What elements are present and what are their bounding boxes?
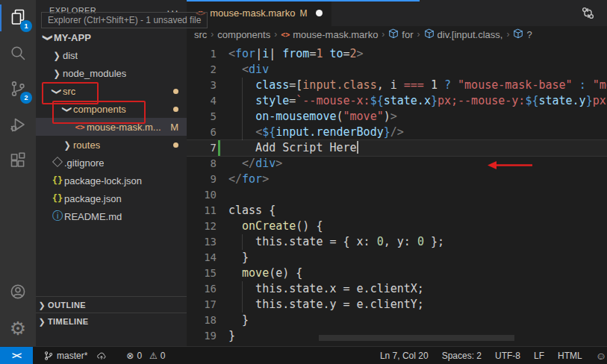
tab-modified-badge: M bbox=[299, 8, 307, 19]
timeline-section[interactable]: ❯ TIMELINE bbox=[36, 313, 187, 330]
tree-item-src[interactable]: ❯src bbox=[36, 82, 187, 100]
tab-mouse-mask-marko[interactable]: <> mouse-mask.marko M bbox=[187, 0, 331, 26]
tree-item-label: src bbox=[63, 86, 75, 97]
code-line-2: 2 <div bbox=[187, 62, 607, 78]
status-line-col[interactable]: Ln 7, Col 20 bbox=[373, 351, 435, 361]
activity-explorer-button[interactable]: 1 bbox=[0, 0, 36, 36]
extensions-icon bbox=[9, 151, 27, 172]
line-number: 12 bbox=[187, 219, 228, 234]
status-encoding[interactable]: UTF-8 bbox=[488, 351, 527, 361]
status-language-mode[interactable]: HTML bbox=[551, 351, 589, 361]
breadcrumb-item[interactable]: src bbox=[194, 29, 207, 40]
tree-item--gitignore[interactable]: .gitignore bbox=[36, 154, 187, 172]
breadcrumb-separator: › bbox=[417, 29, 420, 40]
marko-file-icon: <> bbox=[281, 31, 290, 39]
indent-guide bbox=[242, 297, 243, 313]
code-line-14: 14 } bbox=[187, 250, 607, 266]
tree-root-my-app[interactable]: ❯ MY-APP bbox=[36, 28, 187, 46]
chevron-right-icon: ❯ bbox=[51, 50, 63, 61]
activity-account-button[interactable] bbox=[0, 274, 36, 310]
vscode-window: 12⚙ EXPLORER ··· ❯ MY-APP ❯dist❯node_mod… bbox=[0, 0, 607, 364]
breadcrumb-label: ? bbox=[526, 29, 532, 40]
open-changes-icon[interactable] bbox=[581, 6, 595, 22]
activity-run-debug-button[interactable] bbox=[0, 107, 36, 143]
git-branch-item[interactable]: master* bbox=[39, 347, 92, 364]
code-line-6: 6 <${input.renderBody}/> bbox=[187, 125, 607, 140]
git-file-icon bbox=[51, 157, 64, 168]
status-bar-right: Ln 7, Col 20Spaces: 2UTF-8LFHTML☺ bbox=[373, 350, 607, 362]
feedback-smiley-icon[interactable]: ☺ bbox=[589, 350, 607, 362]
gear-icon: ⚙ bbox=[10, 319, 26, 338]
breadcrumb-label: div.[input.class, bbox=[438, 29, 503, 40]
code-line-15: 15 move(e) { bbox=[187, 266, 607, 281]
explorer-tooltip: Explorer (Ctrl+Shift+E) - 1 unsaved file bbox=[41, 12, 208, 28]
line-number: 10 bbox=[187, 187, 228, 203]
line-number: 2 bbox=[187, 62, 228, 78]
breadcrumb-label: for bbox=[402, 29, 413, 40]
activity-source-control-button[interactable]: 2 bbox=[0, 72, 36, 107]
sync-changes-item[interactable] bbox=[92, 347, 111, 364]
line-number: 8 bbox=[187, 156, 228, 172]
breadcrumb-separator: › bbox=[274, 29, 277, 40]
indent-guide bbox=[242, 281, 243, 297]
code-line-16: 16 this.state.x = e.clientX; bbox=[187, 281, 607, 297]
breadcrumb-item[interactable]: div.[input.class, bbox=[424, 28, 503, 41]
tree-item-node-modules[interactable]: ❯node_modules bbox=[36, 64, 187, 82]
status-eol[interactable]: LF bbox=[527, 351, 551, 361]
problems-item[interactable]: ⊗ 0 ⚠ 0 bbox=[122, 347, 169, 364]
line-number: 1 bbox=[187, 46, 228, 62]
tree-item-components[interactable]: ❯components bbox=[36, 100, 187, 118]
outline-label: OUTLINE bbox=[48, 301, 86, 310]
breadcrumb-item[interactable]: <>mouse-mask.marko bbox=[281, 29, 378, 40]
line-number: 11 bbox=[187, 203, 228, 219]
tree-item-mouse-mask-m-[interactable]: <>mouse-mask.m...M bbox=[36, 118, 187, 136]
breadcrumb-label: components bbox=[217, 29, 270, 40]
breadcrumb-item[interactable]: components bbox=[217, 29, 270, 40]
explorer-sidebar: EXPLORER ··· ❯ MY-APP ❯dist❯node_modules… bbox=[36, 0, 187, 346]
text-cursor bbox=[357, 141, 358, 154]
activity-settings-button[interactable]: ⚙ bbox=[0, 310, 36, 346]
unsaved-dot-icon[interactable] bbox=[316, 10, 323, 16]
tree-item-package-json[interactable]: {}package.json bbox=[36, 189, 187, 207]
symbol-icon bbox=[388, 28, 399, 41]
horizontal-scrollbar[interactable] bbox=[319, 335, 514, 341]
breadcrumb-item[interactable]: for bbox=[388, 28, 413, 41]
modified-dot-icon bbox=[173, 107, 178, 112]
info-file-icon: ⓘ bbox=[51, 210, 64, 223]
git-modified-badge: M bbox=[170, 122, 178, 133]
json-file-icon: {} bbox=[51, 193, 64, 204]
tree-item-label: package.json bbox=[64, 193, 122, 204]
modified-dot-icon bbox=[173, 142, 178, 148]
tree-item-routes[interactable]: ❯routes bbox=[36, 136, 187, 154]
breadcrumb-separator: › bbox=[506, 29, 509, 40]
code-editor[interactable]: 1<for|i| from=1 to=2>2 <div3 class=[inpu… bbox=[187, 43, 607, 344]
run-debug-icon bbox=[9, 116, 27, 136]
line-number: 14 bbox=[187, 250, 228, 266]
tree-item-label: dist bbox=[63, 50, 78, 61]
modified-dot-icon bbox=[173, 89, 178, 94]
line-number: 9 bbox=[187, 172, 228, 187]
cloud-upload-icon bbox=[96, 351, 107, 361]
tree-item-readme-md[interactable]: ⓘREADME.md bbox=[36, 207, 187, 225]
tree-item-label: mouse-mask.m... bbox=[87, 122, 161, 133]
chevron-right-icon: ❯ bbox=[36, 301, 48, 310]
activity-search-button[interactable] bbox=[0, 36, 36, 72]
activity-extensions-button[interactable] bbox=[0, 143, 36, 179]
tree-item-label: package-lock.json bbox=[64, 175, 142, 186]
chevron-right-icon: ❯ bbox=[51, 68, 63, 79]
line-number: 13 bbox=[187, 234, 228, 250]
symbol-icon bbox=[424, 28, 435, 41]
tree-item-dist[interactable]: ❯dist bbox=[36, 46, 187, 64]
root-folder-label: MY-APP bbox=[54, 32, 91, 43]
status-indentation[interactable]: Spaces: 2 bbox=[435, 351, 488, 361]
breadcrumb-item[interactable]: ? bbox=[513, 28, 532, 41]
remote-indicator[interactable]: >< bbox=[0, 347, 33, 364]
warning-icon: ⚠ bbox=[149, 351, 158, 361]
outline-section[interactable]: ❯ OUTLINE bbox=[36, 296, 187, 313]
indent-guide bbox=[242, 125, 243, 140]
activity-bar: 12⚙ bbox=[0, 0, 36, 346]
tree-item-package-lock-json[interactable]: {}package-lock.json bbox=[36, 172, 187, 189]
tree-item-label: .gitignore bbox=[64, 157, 104, 169]
file-tree: ❯ MY-APP ❯dist❯node_modules❯src❯componen… bbox=[36, 21, 187, 225]
git-added-gutter-icon bbox=[218, 140, 220, 156]
